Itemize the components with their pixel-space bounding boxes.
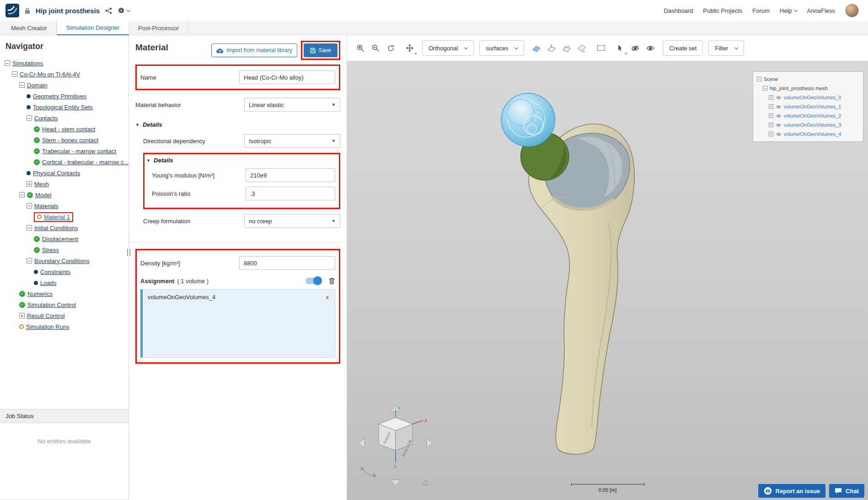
expand-icon[interactable]: + (19, 313, 25, 318)
tree-item-constraints[interactable]: Constraints (2, 266, 127, 277)
chat-button[interactable]: Chat (829, 484, 864, 498)
report-issue-button[interactable]: Report an issue (758, 484, 826, 498)
tree-item-label[interactable]: Materials (34, 203, 59, 210)
poisson-ratio-input[interactable] (246, 187, 335, 200)
visibility-eye-icon[interactable] (776, 123, 782, 127)
tree-item-simulation-runs[interactable]: Simulation Runs (2, 321, 127, 332)
navigation-cube[interactable]: RIGHT BOTTOM Y X Z ⌂ (355, 404, 442, 495)
job-status-header[interactable]: Job Status (0, 409, 129, 423)
tree-item-mesh[interactable]: +Mesh (2, 178, 127, 189)
box-select-icon[interactable] (594, 41, 608, 55)
scene-item-volumeongeovolumes-2[interactable]: +volumeOnGeoVolumes_2 (757, 111, 859, 120)
panel-resize-handle[interactable] (127, 249, 130, 256)
expand-icon[interactable]: + (769, 123, 773, 127)
tree-item-head-stem-contact[interactable]: ✓Head - stem contact (2, 124, 127, 134)
visibility-eye-icon[interactable] (776, 114, 782, 118)
visibility-eye-icon[interactable] (776, 132, 782, 136)
filter-select[interactable]: Filter (708, 40, 744, 56)
nav-username[interactable]: AnnaFless (807, 7, 835, 14)
reset-view-button[interactable] (384, 41, 397, 55)
rotate-down-arrow[interactable] (391, 480, 401, 485)
tree-item-material-1[interactable]: Material 1 (2, 211, 127, 222)
collapse-icon[interactable]: − (19, 82, 25, 88)
app-logo-icon[interactable] (5, 4, 19, 17)
scene-item-volumeongeovolumes-4[interactable]: +volumeOnGeoVolumes_4 (757, 129, 859, 139)
tree-item-domain[interactable]: −Domain (2, 80, 127, 91)
collapse-icon[interactable]: − (27, 258, 32, 263)
projection-mode-select[interactable]: Orthogonal (422, 40, 474, 56)
nav-public-projects[interactable]: Public Projects (703, 7, 742, 14)
tree-item-stress[interactable]: ✓Stress (2, 244, 127, 255)
create-set-button[interactable]: Create set (663, 40, 703, 56)
clip-plane-icon-2[interactable] (545, 41, 558, 55)
tree-item-label[interactable]: Simulations (12, 60, 43, 67)
visibility-eye-icon[interactable] (776, 96, 782, 100)
assignment-toggle[interactable] (305, 278, 321, 284)
scene-mesh-item[interactable]: − hip_joint_prosthesis mesh (757, 84, 859, 93)
pan-move-tool-button[interactable] (403, 41, 417, 55)
tree-item-materials[interactable]: −Materials (2, 200, 127, 211)
collapse-icon[interactable]: − (757, 77, 761, 81)
render-mode-select[interactable]: surfaces (479, 40, 524, 56)
viewport-canvas[interactable]: − Scene − hip_joint_prosthesis mesh +vol… (347, 61, 868, 500)
tree-item-result-control[interactable]: +Result Control (2, 310, 127, 321)
details-section-toggle[interactable]: ▼ Details (135, 121, 340, 128)
tree-item-label[interactable]: Trabecular - marrow contact (42, 148, 116, 155)
tree-item-label[interactable]: Head - stem contact (42, 126, 95, 133)
nav-help[interactable]: Help (780, 7, 797, 14)
tree-item-co-cr-mo-on-ti-6al-4v[interactable]: −Co-Cr-Mo on Ti-6Al-4V (2, 69, 127, 80)
tree-item-cortical-trabecular-marrow-c[interactable]: ✓Cortical - trabecular - marrow c... (2, 156, 127, 167)
collapse-icon[interactable]: − (27, 203, 32, 209)
import-material-library-button[interactable]: Import from material library (211, 43, 297, 57)
density-input[interactable] (239, 256, 335, 270)
zoom-out-button[interactable] (369, 41, 382, 55)
scene-item-volumeongeovolumes-1[interactable]: +volumeOnGeoVolumes_1 (757, 102, 859, 111)
tree-item-label[interactable]: Cortical - trabecular - marrow c... (42, 159, 129, 166)
tree-item-label[interactable]: Loads (40, 280, 56, 286)
collapse-icon[interactable]: − (12, 71, 17, 77)
visibility-eye-icon[interactable] (776, 105, 782, 109)
collapse-icon[interactable]: − (5, 60, 10, 66)
assignment-selection-box[interactable]: volumeOnGeoVolumes_4 x (140, 289, 335, 358)
directional-dependency-select[interactable]: Isotropic ▼ (244, 134, 340, 148)
tree-item-label[interactable]: Result Control (27, 312, 64, 319)
clip-plane-icon-4[interactable] (575, 41, 589, 55)
tree-item-label[interactable]: Stem - bones contact (42, 137, 98, 144)
clip-plane-icon-1[interactable] (530, 41, 543, 55)
creep-formulation-select[interactable]: no creep ▼ (244, 214, 340, 228)
tree-item-label[interactable]: Contacts (34, 115, 58, 122)
tree-item-label[interactable]: Mesh (34, 181, 49, 188)
hide-selection-eye-slash-icon[interactable] (628, 41, 642, 55)
collapse-icon[interactable]: − (19, 192, 25, 198)
rotate-left-arrow[interactable] (359, 438, 364, 448)
tab-simulation-designer[interactable]: Simulation Designer (57, 21, 129, 35)
tree-item-label[interactable]: Simulation Runs (26, 323, 70, 330)
tab-post-processor[interactable]: Post-Processor (129, 21, 188, 35)
material-name-input[interactable] (239, 70, 335, 84)
tree-item-label[interactable]: Displacement (42, 236, 78, 242)
tree-item-label[interactable]: Numerics (27, 290, 53, 297)
collapse-icon[interactable]: − (763, 86, 767, 91)
tree-item-label[interactable]: Domain (27, 82, 48, 89)
prosthesis-sphere-blue[interactable] (501, 93, 555, 146)
clip-plane-icon-3[interactable] (560, 41, 573, 55)
collapse-icon[interactable]: − (27, 225, 32, 231)
tree-item-label[interactable]: Physical Contacts (33, 170, 80, 177)
nav-forum[interactable]: Forum (752, 7, 770, 14)
tree-item-label[interactable]: Initial Conditions (34, 225, 78, 231)
home-view-icon[interactable]: ⌂ (423, 477, 429, 487)
tree-item-topological-entity-sets[interactable]: Topological Entity Sets (2, 102, 127, 113)
tree-item-model[interactable]: −✓Model (2, 189, 127, 200)
share-icon[interactable] (105, 7, 112, 14)
tree-item-simulation-control[interactable]: ✓Simulation Control (2, 299, 127, 310)
user-avatar[interactable] (845, 4, 859, 17)
tree-item-label[interactable]: Geometry Primitives (33, 93, 86, 100)
remove-assignment-icon[interactable]: x (325, 294, 330, 301)
material-behavior-select[interactable]: Linear elastic ▼ (244, 98, 340, 112)
tree-item-label[interactable]: Constraints (40, 269, 70, 275)
tree-item-initial-conditions[interactable]: −Initial Conditions (2, 222, 127, 233)
tree-item-geometry-primitives[interactable]: Geometry Primitives (2, 91, 127, 102)
scene-item-volumeongeovolumes-3[interactable]: +volumeOnGeoVolumes_3 (757, 120, 859, 129)
expand-icon[interactable]: + (769, 104, 773, 109)
tree-item-loads[interactable]: Loads (2, 277, 127, 288)
